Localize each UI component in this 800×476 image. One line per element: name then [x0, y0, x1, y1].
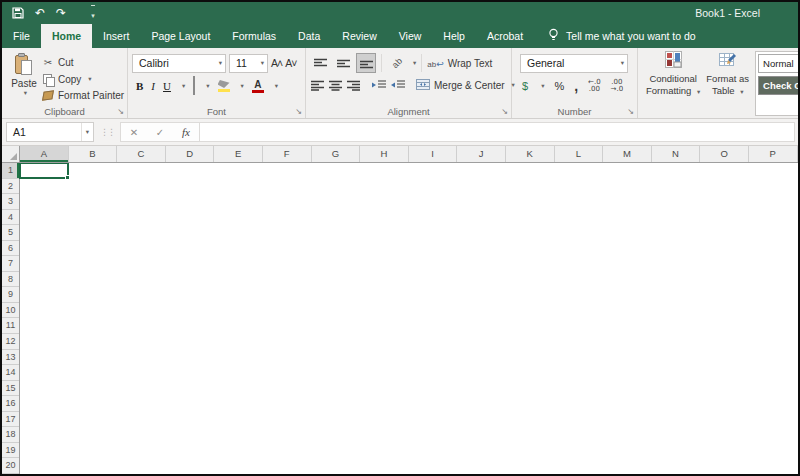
tab-insert[interactable]: Insert [92, 24, 140, 48]
center-align-button[interactable] [328, 75, 343, 95]
tell-me-box[interactable]: Tell me what you want to do [548, 24, 696, 48]
font-dialog-launcher-icon[interactable]: ↘ [295, 108, 302, 116]
undo-icon[interactable]: ↶ [35, 7, 45, 19]
insert-function-icon[interactable]: fx [173, 126, 199, 138]
row-header-7[interactable]: 7 [2, 256, 19, 272]
accounting-format-button[interactable]: $ [522, 80, 528, 92]
row-header-15[interactable]: 15 [2, 381, 19, 397]
orientation-button[interactable]: ab [387, 53, 407, 73]
row-header-3[interactable]: 3 [2, 194, 19, 210]
increase-indent-button[interactable] [390, 75, 406, 95]
customize-qat-icon[interactable]: ▾ [91, 5, 95, 22]
conditional-formatting-button[interactable]: Conditional Formatting ▾ [646, 51, 700, 116]
column-header-a[interactable]: A [20, 146, 69, 162]
column-header-i[interactable]: I [409, 146, 458, 162]
row-header-13[interactable]: 13 [2, 350, 19, 366]
tab-home[interactable]: Home [41, 24, 92, 48]
fill-color-button[interactable] [218, 80, 230, 92]
row-header-4[interactable]: 4 [2, 210, 19, 226]
formula-input[interactable] [200, 122, 795, 142]
row-header-2[interactable]: 2 [2, 179, 19, 195]
column-header-c[interactable]: C [117, 146, 166, 162]
row-header-1[interactable]: 1 [2, 163, 19, 179]
tab-acrobat[interactable]: Acrobat [476, 24, 534, 48]
column-header-l[interactable]: L [555, 146, 604, 162]
enter-icon[interactable]: ✓ [147, 127, 173, 138]
column-header-d[interactable]: D [166, 146, 215, 162]
cells-area[interactable] [20, 163, 798, 474]
tab-page-layout[interactable]: Page Layout [140, 24, 221, 48]
tab-data[interactable]: Data [287, 24, 331, 48]
number-format-select[interactable]: General ▾ [520, 54, 628, 73]
italic-button[interactable]: I [151, 80, 155, 92]
cell-style-normal[interactable]: Normal [758, 54, 798, 73]
font-color-button[interactable]: A [252, 80, 264, 93]
row-header-19[interactable]: 19 [2, 443, 19, 459]
column-header-m[interactable]: M [603, 146, 652, 162]
middle-align-button[interactable] [333, 53, 353, 73]
cancel-icon[interactable]: ✕ [121, 127, 147, 138]
copy-button[interactable]: Copy ▾ [42, 72, 124, 87]
underline-button[interactable]: U [163, 80, 171, 92]
increase-font-size-icon[interactable]: A˄ [271, 57, 282, 69]
clipboard-dialog-launcher-icon[interactable]: ↘ [117, 108, 124, 116]
column-header-k[interactable]: K [506, 146, 555, 162]
format-as-table-button[interactable]: Format as Table ▾ [706, 51, 749, 116]
fill-color-dropdown-icon[interactable]: ▾ [241, 82, 244, 90]
top-align-button[interactable] [310, 53, 330, 73]
name-box-resizer[interactable]: ⋮⋮ [94, 127, 120, 137]
row-header-12[interactable]: 12 [2, 334, 19, 350]
column-header-p[interactable]: P [749, 146, 798, 162]
select-all-button[interactable] [2, 146, 20, 162]
paste-button[interactable]: Paste ▾ [6, 52, 42, 103]
tab-review[interactable]: Review [331, 24, 387, 48]
column-header-b[interactable]: B [69, 146, 118, 162]
percent-style-button[interactable]: % [554, 80, 564, 92]
row-header-5[interactable]: 5 [2, 225, 19, 241]
borders-dropdown-icon[interactable]: ▾ [206, 82, 209, 90]
increase-decimal-button[interactable]: ←.0.00 [588, 79, 601, 93]
name-box-dropdown-icon[interactable]: ▾ [81, 123, 93, 141]
row-header-20[interactable]: 20 [2, 458, 19, 474]
align-right-button[interactable] [346, 75, 361, 95]
row-header-6[interactable]: 6 [2, 241, 19, 257]
row-header-9[interactable]: 9 [2, 287, 19, 303]
column-header-g[interactable]: G [312, 146, 361, 162]
merge-center-button[interactable]: Merge & Center ▾ [416, 79, 515, 92]
save-icon[interactable] [12, 7, 24, 19]
wrap-text-button[interactable]: ab↩ Wrap Text [427, 58, 492, 69]
bottom-align-button[interactable] [356, 53, 376, 73]
column-header-e[interactable]: E [214, 146, 263, 162]
copy-dropdown-icon[interactable]: ▾ [88, 75, 91, 83]
paste-dropdown-icon[interactable]: ▾ [24, 89, 27, 97]
selected-cell-a1[interactable] [19, 163, 69, 179]
tab-view[interactable]: View [388, 24, 433, 48]
underline-dropdown-icon[interactable]: ▾ [182, 82, 185, 90]
decrease-decimal-button[interactable]: .00→.0 [611, 79, 624, 93]
decrease-indent-button[interactable] [371, 75, 387, 95]
alignment-dialog-launcher-icon[interactable]: ↘ [501, 108, 508, 116]
decrease-font-size-icon[interactable]: A˅ [285, 57, 296, 69]
row-header-11[interactable]: 11 [2, 318, 19, 334]
row-header-8[interactable]: 8 [2, 272, 19, 288]
row-header-10[interactable]: 10 [2, 303, 19, 319]
orientation-dropdown-icon[interactable]: ▾ [413, 59, 416, 67]
accounting-dropdown-icon[interactable]: ▾ [541, 82, 544, 90]
borders-button[interactable] [193, 77, 195, 95]
tab-formulas[interactable]: Formulas [221, 24, 287, 48]
redo-icon[interactable]: ↷ [56, 7, 66, 19]
column-header-f[interactable]: F [263, 146, 312, 162]
format-painter-button[interactable]: Format Painter [42, 88, 124, 103]
row-header-18[interactable]: 18 [2, 427, 19, 443]
cut-button[interactable]: ✂ Cut [42, 55, 124, 70]
column-header-h[interactable]: H [360, 146, 409, 162]
fill-handle[interactable] [65, 175, 70, 180]
font-name-select[interactable]: Calibri ▾ [132, 54, 226, 73]
number-dialog-launcher-icon[interactable]: ↘ [627, 108, 634, 116]
column-header-n[interactable]: N [652, 146, 701, 162]
column-header-o[interactable]: O [700, 146, 749, 162]
font-size-select[interactable]: 11 ▾ [229, 54, 268, 73]
cell-style-check-cell[interactable]: Check Cell [758, 76, 798, 95]
comma-style-button[interactable]: , [574, 78, 578, 94]
font-color-dropdown-icon[interactable]: ▾ [275, 82, 278, 90]
